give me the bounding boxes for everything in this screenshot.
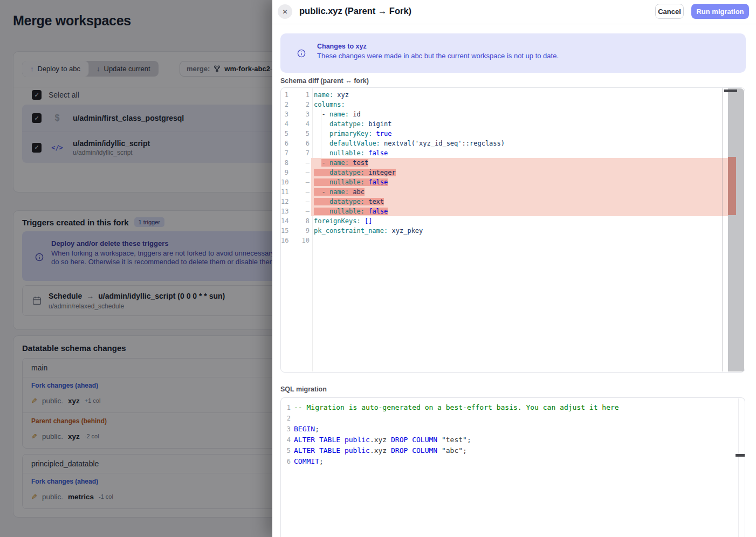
- diff-line-content: defaultValue: nextval('xyz_id_seq'::regc…: [311, 139, 730, 148]
- modified-line-number: 7: [295, 148, 311, 158]
- modified-line-number: 4: [295, 119, 311, 129]
- drawer-header: ✕ public.xyz (Parent → Fork) Cancel Run …: [272, 0, 756, 24]
- close-button[interactable]: ✕: [278, 4, 292, 19]
- diff-code-lines: 11name: xyz22columns:33 - name: id44 dat…: [281, 90, 745, 245]
- diff-line: 1610: [281, 236, 745, 245]
- diff-line-content: pk_constraint_name: xyz_pkey: [311, 226, 730, 236]
- modified-line-number: 6: [295, 139, 311, 148]
- diff-line-content: primaryKey: true: [311, 129, 730, 139]
- removed-char-highlight: datatype: integer: [314, 169, 396, 176]
- schema-diff-label: Schema diff (parent ↔ fork): [280, 77, 369, 85]
- original-line-number: 3: [281, 109, 295, 119]
- indent-guide: [321, 109, 321, 158]
- sql-line-content: ALTER TABLE public.xyz DROP COLUMN "abc"…: [293, 445, 467, 456]
- sql-line-number: 4: [281, 435, 293, 445]
- diff-line: 33 - name: id: [281, 109, 745, 119]
- diff-line: 9– datatype: integer: [281, 168, 745, 177]
- modified-line-number: 8: [295, 216, 311, 226]
- removed-char-highlight: datatype: text: [314, 198, 384, 205]
- original-line-number: 1: [281, 90, 295, 100]
- sql-line-number: 1: [281, 402, 293, 413]
- original-line-number: 13: [281, 206, 295, 216]
- changes-banner: Changes to xyz These changes were made i…: [280, 33, 746, 73]
- original-line-number: 12: [281, 197, 295, 206]
- original-line-number: 15: [281, 226, 295, 236]
- banner-title: Changes to xyz: [317, 43, 367, 50]
- sql-line-number: 3: [281, 424, 293, 435]
- diff-line-content: foreignKeys: []: [311, 216, 730, 226]
- run-migration-button[interactable]: Run migration: [691, 4, 749, 19]
- removed-char-highlight: - name: test: [321, 159, 368, 167]
- original-line-number: 16: [281, 236, 295, 245]
- diff-line: 44 datatype: bigint: [281, 119, 745, 129]
- modified-line-number: –: [295, 168, 311, 177]
- original-line-number: 7: [281, 148, 295, 158]
- original-line-number: 5: [281, 129, 295, 139]
- modified-line-number: –: [295, 197, 311, 206]
- original-line-number: 2: [281, 100, 295, 109]
- diff-line: 77 nullable: false: [281, 148, 745, 158]
- sql-line-content: -- Migration is auto-generated on a best…: [293, 402, 619, 413]
- sql-line: 3BEGIN;: [281, 424, 745, 435]
- modified-line-number: –: [295, 187, 311, 197]
- diff-line: 66 defaultValue: nextval('xyz_id_seq'::r…: [281, 139, 745, 148]
- diff-line-content: - name: id: [311, 109, 730, 119]
- sql-line-content: COMMIT;: [293, 456, 324, 467]
- original-line-number: 11: [281, 187, 295, 197]
- original-line-number: 9: [281, 168, 295, 177]
- diff-line-content: nullable: false: [311, 148, 730, 158]
- original-line-number: 4: [281, 119, 295, 129]
- modified-line-number: –: [295, 206, 311, 216]
- diff-line: 55 primaryKey: true: [281, 129, 745, 139]
- migration-drawer: ✕ public.xyz (Parent → Fork) Cancel Run …: [272, 0, 756, 537]
- modified-line-number: 9: [295, 226, 311, 236]
- schema-diff-editor[interactable]: 11name: xyz22columns:33 - name: id44 dat…: [280, 87, 745, 373]
- diff-line: 12– datatype: text: [281, 197, 745, 206]
- sql-line-content: [293, 413, 294, 424]
- sql-line-number: 6: [281, 456, 293, 467]
- removed-char-highlight: nullable: false: [314, 178, 388, 186]
- modified-line-number: 5: [295, 129, 311, 139]
- sql-line-number: 2: [281, 413, 293, 424]
- diff-line: 8– - name: test: [281, 158, 745, 168]
- diff-line-content: nullable: false: [311, 177, 730, 187]
- sql-migration-label: SQL migration: [280, 385, 327, 393]
- minimap-slider[interactable]: [724, 90, 737, 92]
- diff-line-content: columns:: [311, 100, 730, 109]
- sql-line: 5ALTER TABLE public.xyz DROP COLUMN "abc…: [281, 445, 745, 456]
- minimap-edge: [722, 88, 723, 371]
- diff-line: 13– nullable: false: [281, 206, 745, 216]
- sql-migration-editor[interactable]: 1-- Migration is auto-generated on a bes…: [280, 397, 745, 537]
- sql-line: 4ALTER TABLE public.xyz DROP COLUMN "tes…: [281, 435, 745, 445]
- cancel-button[interactable]: Cancel: [655, 4, 684, 19]
- sql-line-content: BEGIN;: [293, 424, 319, 435]
- modified-line-number: 1: [295, 90, 311, 100]
- removed-region-marker: [728, 157, 736, 215]
- sql-line: 6COMMIT;: [281, 456, 745, 467]
- removed-char-highlight: - name: abc: [314, 188, 365, 196]
- original-line-number: 6: [281, 139, 295, 148]
- diff-overview-scrollbar[interactable]: [728, 88, 744, 371]
- original-line-number: 10: [281, 177, 295, 187]
- minimap-slider[interactable]: [736, 454, 745, 457]
- diff-line: 11– - name: abc: [281, 187, 745, 197]
- sql-line-number: 5: [281, 445, 293, 456]
- minimap-edge: [738, 398, 739, 537]
- diff-line-content: nullable: false: [311, 206, 730, 216]
- removed-char-highlight: nullable: false: [314, 208, 388, 215]
- diff-line: 159pk_constraint_name: xyz_pkey: [281, 226, 745, 236]
- screen: Merge workspaces ↑ Deploy to abc ↓ Updat…: [0, 0, 756, 537]
- diff-line-content: - name: abc: [311, 187, 730, 197]
- sql-code-lines: 1-- Migration is auto-generated on a bes…: [281, 402, 745, 467]
- diff-line: 10– nullable: false: [281, 177, 745, 187]
- modified-line-number: –: [295, 177, 311, 187]
- original-line-number: 8: [281, 158, 295, 168]
- diff-line-content: datatype: text: [311, 197, 730, 206]
- sql-line: 2: [281, 413, 745, 424]
- banner-body: These changes were made in abc but the c…: [317, 52, 559, 60]
- modified-line-number: 3: [295, 109, 311, 119]
- drawer-title: public.xyz (Parent → Fork): [299, 6, 411, 16]
- sql-line-content: ALTER TABLE public.xyz DROP COLUMN "test…: [293, 435, 471, 445]
- original-line-number: 14: [281, 216, 295, 226]
- info-icon: [297, 49, 306, 58]
